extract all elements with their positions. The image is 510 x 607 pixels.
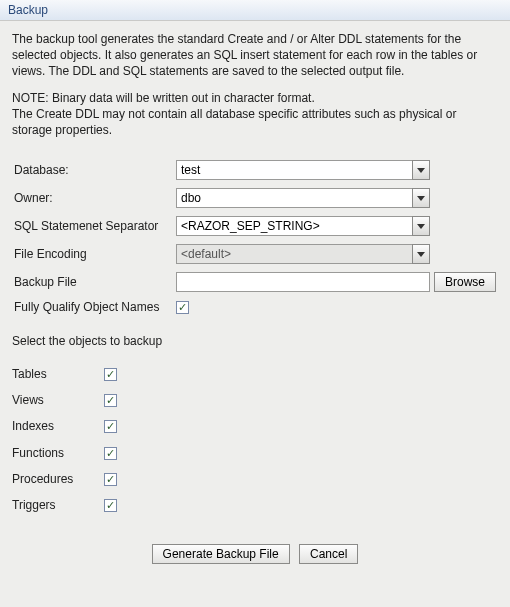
object-checkbox[interactable]: ✓ bbox=[104, 420, 117, 433]
object-checkbox[interactable]: ✓ bbox=[104, 499, 117, 512]
object-row: Triggers✓ bbox=[12, 492, 123, 518]
database-label: Database: bbox=[12, 156, 174, 184]
object-label: Triggers bbox=[12, 492, 104, 518]
backup-file-label: Backup File bbox=[12, 268, 174, 296]
owner-dropdown-button[interactable] bbox=[412, 188, 430, 208]
separator-dropdown-button[interactable] bbox=[412, 216, 430, 236]
browse-button[interactable]: Browse bbox=[434, 272, 496, 292]
chevron-down-icon bbox=[417, 224, 425, 229]
chevron-down-icon bbox=[417, 168, 425, 173]
database-combo[interactable] bbox=[176, 160, 430, 180]
object-checkbox[interactable]: ✓ bbox=[104, 447, 117, 460]
object-row: Procedures✓ bbox=[12, 466, 123, 492]
backup-file-input[interactable] bbox=[176, 272, 430, 292]
window-title-bar: Backup bbox=[0, 0, 510, 21]
button-row: Generate Backup File Cancel bbox=[12, 544, 498, 564]
window-title: Backup bbox=[8, 3, 48, 17]
objects-section-label: Select the objects to backup bbox=[12, 334, 498, 348]
check-icon: ✓ bbox=[106, 369, 115, 380]
object-checkbox[interactable]: ✓ bbox=[104, 368, 117, 381]
encoding-label: File Encoding bbox=[12, 240, 174, 268]
separator-label: SQL Statemenet Separator bbox=[12, 212, 174, 240]
object-checkbox[interactable]: ✓ bbox=[104, 394, 117, 407]
encoding-dropdown-button[interactable] bbox=[412, 244, 430, 264]
check-icon: ✓ bbox=[106, 395, 115, 406]
encoding-combo[interactable] bbox=[176, 244, 430, 264]
chevron-down-icon bbox=[417, 252, 425, 257]
check-icon: ✓ bbox=[178, 302, 187, 313]
object-label: Functions bbox=[12, 439, 104, 465]
database-dropdown-button[interactable] bbox=[412, 160, 430, 180]
description-text: The backup tool generates the standard C… bbox=[12, 31, 498, 80]
separator-combo[interactable] bbox=[176, 216, 430, 236]
fully-qualify-checkbox[interactable]: ✓ bbox=[176, 301, 189, 314]
fully-qualify-label: Fully Qualify Object Names bbox=[12, 296, 174, 318]
generate-backup-button[interactable]: Generate Backup File bbox=[152, 544, 290, 564]
check-icon: ✓ bbox=[106, 500, 115, 511]
separator-input[interactable] bbox=[176, 216, 412, 236]
check-icon: ✓ bbox=[106, 448, 115, 459]
owner-input[interactable] bbox=[176, 188, 412, 208]
object-row: Tables✓ bbox=[12, 360, 123, 386]
database-input[interactable] bbox=[176, 160, 412, 180]
owner-combo[interactable] bbox=[176, 188, 430, 208]
object-label: Indexes bbox=[12, 413, 104, 439]
object-label: Views bbox=[12, 387, 104, 413]
object-label: Procedures bbox=[12, 466, 104, 492]
dialog-content: The backup tool generates the standard C… bbox=[0, 21, 510, 574]
check-icon: ✓ bbox=[106, 421, 115, 432]
objects-table: Tables✓Views✓Indexes✓Functions✓Procedure… bbox=[12, 360, 123, 518]
object-row: Indexes✓ bbox=[12, 413, 123, 439]
object-checkbox[interactable]: ✓ bbox=[104, 473, 117, 486]
owner-label: Owner: bbox=[12, 184, 174, 212]
object-row: Views✓ bbox=[12, 387, 123, 413]
check-icon: ✓ bbox=[106, 474, 115, 485]
cancel-button[interactable]: Cancel bbox=[299, 544, 358, 564]
note-text: NOTE: Binary data will be written out in… bbox=[12, 90, 498, 139]
chevron-down-icon bbox=[417, 196, 425, 201]
object-label: Tables bbox=[12, 360, 104, 386]
encoding-input[interactable] bbox=[176, 244, 412, 264]
object-row: Functions✓ bbox=[12, 439, 123, 465]
form-table: Database: Owner: bbox=[12, 156, 498, 318]
